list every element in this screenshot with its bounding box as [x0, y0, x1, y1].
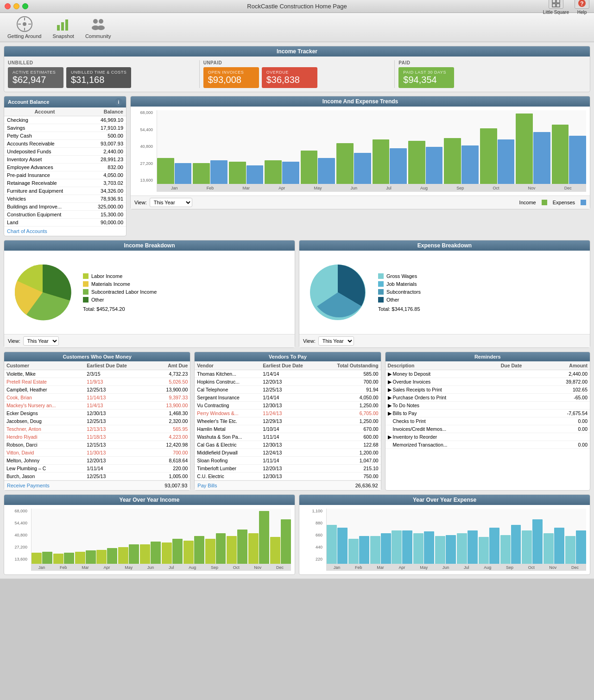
table-row[interactable]: Hamlin Metal1/10/14670.00 — [195, 425, 380, 433]
bar-group — [543, 528, 564, 564]
bar-prev — [543, 533, 554, 564]
table-row[interactable]: Pre-paid Insurance4,050.00 — [4, 171, 126, 179]
customer-date: 12/13/13 — [84, 425, 151, 433]
table-row[interactable]: Undeposited Funds2,440.00 — [4, 148, 126, 156]
table-row[interactable]: Vitton, David11/30/13700.00 — [4, 449, 190, 457]
little-square-button[interactable]: Little Square — [543, 0, 569, 15]
table-row[interactable]: C.U. Electric12/30/13750.00 — [195, 473, 380, 480]
table-row[interactable]: Cook, Brian11/14/139,397.33 — [4, 394, 190, 402]
maximize-button[interactable] — [22, 3, 28, 9]
pay-bills-link[interactable]: Pay Bills — [197, 483, 217, 488]
bar-chart-area — [157, 110, 586, 184]
table-row[interactable]: Campbell, Heather12/25/1313,900.00 — [4, 386, 190, 394]
table-row[interactable]: Hendro Riyadi11/18/134,223.00 — [4, 433, 190, 441]
legend-label: Other — [91, 297, 104, 303]
table-row[interactable]: ▶ To Do Notes — [385, 402, 590, 410]
unbilled-costs-card[interactable]: UNBILLED TIME & COSTS $31,168 — [66, 67, 131, 88]
table-row[interactable]: Vu Contracting12/30/131,250.00 — [195, 402, 380, 410]
bar-prev — [183, 541, 194, 564]
active-estimates-label: ACTIVE ESTIMATES — [13, 70, 59, 75]
paid-last-30-card[interactable]: PAID LAST 30 DAYS $94,354 — [398, 67, 454, 88]
table-row[interactable]: Savings17,910.19 — [4, 124, 126, 132]
bar-prev — [162, 542, 172, 564]
table-row[interactable]: Thomas Kitchen...1/14/14585.00 — [195, 370, 380, 378]
bar-group — [327, 525, 348, 564]
toolbar-community[interactable]: Community — [85, 16, 111, 39]
close-button[interactable] — [5, 3, 11, 9]
info-icon: i — [115, 98, 122, 106]
table-row[interactable]: Hopkins Construc...12/20/13700.00 — [195, 378, 380, 386]
table-row[interactable]: Lew Plumbing – C1/11/14220.00 — [4, 465, 190, 473]
table-row[interactable]: ▶ Purchase Orders to Print-65.00 — [385, 394, 590, 402]
expense-view-select[interactable]: This Year — [318, 336, 354, 346]
chart-of-accounts-link[interactable]: Chart of Accounts — [7, 228, 47, 234]
table-row[interactable]: Perry Windows &...11/24/136,705.00 — [195, 410, 380, 417]
table-row[interactable]: Accounts Receivable93,007.93 — [4, 140, 126, 148]
table-row[interactable]: Melton, Johnny12/20/138,618.64 — [4, 457, 190, 465]
vendor-amount: 1,047.00 — [320, 457, 380, 465]
income-view-select[interactable]: This Year — [23, 336, 59, 346]
table-row[interactable]: Middlefield Drywall12/24/131,200.00 — [195, 449, 380, 457]
table-row[interactable]: Jacobsen, Doug12/25/132,320.00 — [4, 417, 190, 425]
customers-section: Customers Who Owe Money Customer Earlies… — [4, 352, 190, 491]
table-row[interactable]: Construction Equipment15,300.00 — [4, 211, 126, 219]
table-row[interactable]: Retainage Receivable3,703.02 — [4, 179, 126, 187]
table-row[interactable]: Vehicles78,936.91 — [4, 195, 126, 203]
table-row[interactable]: Checking46,969.10 — [4, 116, 126, 124]
table-row[interactable]: Robson, Darci12/15/1312,420.98 — [4, 441, 190, 449]
table-row[interactable]: Invoices/Credit Memos...0.00 — [385, 425, 590, 433]
yoy-expense-x-labels: JanFebMarAprMayJunJulAugSepOctNovDec — [326, 564, 586, 571]
x-label: Mar — [377, 565, 384, 570]
table-row[interactable]: Sloan Roofing1/11/141,047.00 — [195, 457, 380, 465]
vendor-date: 1/11/14 — [260, 433, 320, 441]
table-row[interactable]: Petty Cash500.00 — [4, 132, 126, 140]
help-button[interactable]: ? Help — [575, 0, 589, 15]
income-total: Total: $452,754.20 — [83, 306, 291, 312]
table-row[interactable]: Burch, Jason12/25/131,005.00 — [4, 473, 190, 480]
table-row[interactable]: ▶ Money to Deposit2,440.00 — [385, 370, 590, 378]
unbilled-label: UNBILLED — [8, 60, 196, 65]
vendor-date: 1/14/14 — [260, 370, 320, 378]
bar-curr — [107, 548, 117, 564]
table-row[interactable]: Checks to Print0.00 — [385, 417, 590, 425]
overdue-card[interactable]: OVERDUE $36,838 — [262, 67, 317, 88]
table-row[interactable]: ▶ Sales Receipts to Print102.65 — [385, 386, 590, 394]
table-row[interactable]: Violette, Mike2/3/154,732.23 — [4, 370, 190, 378]
table-row[interactable]: Memorized Transaction...0.00 — [385, 441, 590, 449]
reminders-section: Reminders Description Due Date Amount ▶ … — [385, 352, 590, 491]
open-invoices-card[interactable]: OPEN INVOICES $93,008 — [203, 67, 259, 88]
vend-col-date: Earliest Due Date — [260, 361, 320, 370]
table-row[interactable]: ▶ Bills to Pay-7,675.54 — [385, 410, 590, 417]
receive-payments-link[interactable]: Receive Payments — [7, 483, 50, 488]
y-label: 68,000 — [140, 110, 153, 115]
table-row[interactable]: Cal Gas & Electric12/30/13122.68 — [195, 441, 380, 449]
active-estimates-card[interactable]: ACTIVE ESTIMATES $62,947 — [8, 67, 63, 88]
table-row[interactable]: Employee Advances832.00 — [4, 164, 126, 171]
cust-col-amt: Amt Due — [151, 361, 190, 370]
account-balance: 325,000.00 — [85, 203, 126, 211]
table-row[interactable]: Teschner, Anton12/13/13565.95 — [4, 425, 190, 433]
table-row[interactable]: ▶ Overdue Invoices39,872.00 — [385, 378, 590, 386]
reminder-desc: ▶ Bills to Pay — [385, 410, 499, 417]
table-row[interactable]: Ecker Designs12/30/131,468.30 — [4, 410, 190, 417]
table-row[interactable]: Buildings and Improve...325,000.00 — [4, 203, 126, 211]
table-row[interactable]: Timberloft Lumber12/20/13215.10 — [195, 465, 380, 473]
minimize-button[interactable] — [13, 3, 19, 9]
table-row[interactable]: Inventory Asset28,991.23 — [4, 156, 126, 164]
income-view-selector: View: This Year — [8, 336, 59, 346]
table-row[interactable]: Mackey's Nursery an...11/4/1313,900.00 — [4, 402, 190, 410]
table-row[interactable]: Land90,000.00 — [4, 219, 126, 227]
table-row[interactable]: Wheeler's Tile Etc.12/29/131,250.00 — [195, 417, 380, 425]
table-row[interactable]: Pretell Real Estate11/9/135,026.50 — [4, 378, 190, 386]
table-row[interactable]: Cal Telephone12/25/1391.94 — [195, 386, 380, 394]
view-select[interactable]: This YearThis QuarterThis Month — [150, 198, 192, 207]
table-row[interactable]: Furniture and Equipment34,326.00 — [4, 187, 126, 195]
table-row[interactable]: Washuta & Son Pa...1/11/14600.00 — [195, 433, 380, 441]
table-row[interactable]: ▶ Inventory to Reorder — [385, 433, 590, 441]
bar-group — [408, 141, 442, 184]
reminder-due — [499, 410, 544, 417]
table-row[interactable]: Sergeant Insurance1/14/144,050.00 — [195, 394, 380, 402]
toolbar-getting-around[interactable]: Getting Around — [7, 16, 41, 39]
expenses-legend-label: Expenses — [553, 200, 575, 205]
toolbar-snapshot[interactable]: Snapshot — [52, 16, 74, 39]
